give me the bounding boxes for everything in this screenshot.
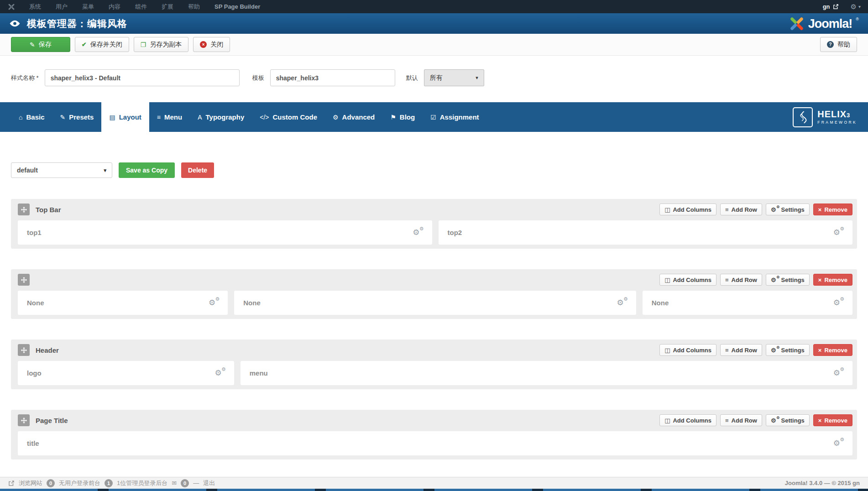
tab-basic[interactable]: ⌂Basic xyxy=(11,102,52,132)
column-settings-icon[interactable]: ⚙⚙ xyxy=(833,299,843,307)
row-remove-button[interactable]: × Remove xyxy=(813,344,852,356)
column-label: logo xyxy=(27,369,42,377)
tab-label: Custom Code xyxy=(273,113,318,121)
column-settings-icon[interactable]: ⚙⚙ xyxy=(833,229,843,236)
tab-label: Typography xyxy=(206,113,245,121)
page-title: 模板管理器：编辑风格 xyxy=(27,17,127,30)
admin-menu-item[interactable]: 系统 xyxy=(22,3,48,11)
tab-bar: ⌂Basic✎Presets▤Layout≡MenuATypography</>… xyxy=(0,102,868,132)
layout-column: logo ⚙⚙ xyxy=(18,361,234,385)
pencil-square-icon: ✎ xyxy=(30,41,35,48)
drag-move-icon[interactable] xyxy=(18,274,30,286)
drag-move-icon[interactable] xyxy=(18,414,30,426)
row-settings-button[interactable]: ⚙⚙ Settings xyxy=(766,204,810,215)
messages-badge: 0 xyxy=(181,479,189,487)
add-columns-button[interactable]: ◫ Add Columns xyxy=(659,274,716,286)
admin-settings-menu[interactable]: ⚙ ▾ xyxy=(851,3,861,11)
save-label: 保存 xyxy=(39,41,52,49)
tab-typography[interactable]: ATypography xyxy=(190,102,252,132)
tab-menu[interactable]: ≡Menu xyxy=(149,102,190,132)
x-icon: × xyxy=(818,347,822,354)
user-site-link[interactable]: gn xyxy=(823,3,839,10)
layout-preset-select[interactable]: default ▾ xyxy=(11,162,112,178)
tab-layout[interactable]: ▤Layout xyxy=(101,102,149,132)
external-link-icon xyxy=(833,4,839,10)
helix-logo-subtitle: FRAMEWORK xyxy=(817,120,857,125)
row-columns: top1 ⚙⚙ top2 ⚙⚙ xyxy=(18,220,852,245)
tab-blog[interactable]: ⚑Blog xyxy=(382,102,423,132)
add-row-button[interactable]: ≡ Add Row xyxy=(720,344,762,356)
save-as-copy-button[interactable]: Save as Copy xyxy=(119,162,175,178)
column-settings-icon[interactable]: ⚙⚙ xyxy=(833,369,843,377)
admin-menu-item[interactable]: 用户 xyxy=(48,3,75,11)
check-square-icon: ☑ xyxy=(430,114,436,121)
tab-presets[interactable]: ✎Presets xyxy=(52,102,102,132)
template-label: 模板 xyxy=(252,74,264,82)
caret-down-icon: ▾ xyxy=(858,4,861,9)
row-header: Top Bar ◫ Add Columns ≡ Add Row ⚙⚙ Setti… xyxy=(18,204,852,215)
template-input[interactable] xyxy=(270,69,395,86)
rows-icon: ≡ xyxy=(725,417,729,424)
column-settings-icon[interactable]: ⚙⚙ xyxy=(833,439,843,447)
add-columns-button[interactable]: ◫ Add Columns xyxy=(659,344,716,356)
row-settings-button[interactable]: ⚙⚙ Settings xyxy=(766,344,810,356)
row-remove-button[interactable]: × Remove xyxy=(813,204,852,215)
columns-icon: ◫ xyxy=(664,347,670,354)
add-columns-button[interactable]: ◫ Add Columns xyxy=(659,204,716,215)
drag-move-icon[interactable] xyxy=(18,344,30,356)
tab-label: Presets xyxy=(69,113,94,121)
add-row-button[interactable]: ≡ Add Row xyxy=(720,414,762,426)
settings-label: Settings xyxy=(781,347,805,354)
layout-controls: default ▾ Save as Copy Delete xyxy=(11,162,857,178)
save-button[interactable]: ✎ 保存 xyxy=(11,37,70,52)
layout-column: title ⚙⚙ xyxy=(18,431,852,455)
admin-menu-item[interactable]: 扩展 xyxy=(154,3,181,11)
view-site-link[interactable]: 浏览网站 xyxy=(19,479,42,487)
joomla-color-icon xyxy=(789,16,805,31)
add-columns-label: Add Columns xyxy=(673,206,711,213)
row-header: Header ◫ Add Columns ≡ Add Row ⚙⚙ Settin… xyxy=(18,344,852,356)
page-header: 模板管理器：编辑风格 Joomla! ® xyxy=(0,13,868,34)
save-copy-button[interactable]: ❐ 另存为副本 xyxy=(134,37,189,52)
drag-move-icon[interactable] xyxy=(18,204,30,215)
add-row-button[interactable]: ≡ Add Row xyxy=(720,274,762,286)
help-button[interactable]: ? 帮助 xyxy=(820,37,857,52)
admin-menu-item[interactable]: 组件 xyxy=(128,3,154,11)
admin-menu-item[interactable]: 内容 xyxy=(101,3,128,11)
admin-menu-item[interactable]: 帮助 xyxy=(181,3,207,11)
save-close-button[interactable]: ✔ 保存并关闭 xyxy=(75,37,129,52)
tab-advanced[interactable]: ⚙Advanced xyxy=(325,102,382,132)
settings-label: Settings xyxy=(781,417,805,424)
admin-menu-item-sp-page-builder[interactable]: SP Page Builder xyxy=(207,3,267,10)
layout-column: menu ⚙⚙ xyxy=(241,361,852,385)
default-select[interactable]: 所有 ▾ xyxy=(424,69,484,86)
close-circle-icon: × xyxy=(200,41,207,48)
row-settings-button[interactable]: ⚙⚙ Settings xyxy=(766,274,810,286)
envelope-icon: ✉ xyxy=(172,480,177,486)
row-settings-button[interactable]: ⚙⚙ Settings xyxy=(766,414,810,426)
row-remove-button[interactable]: × Remove xyxy=(813,414,852,426)
add-row-label: Add Row xyxy=(732,417,757,424)
column-settings-icon[interactable]: ⚙⚙ xyxy=(215,369,225,377)
style-name-input[interactable] xyxy=(45,69,240,86)
row-remove-button[interactable]: × Remove xyxy=(813,274,852,286)
column-settings-icon[interactable]: ⚙⚙ xyxy=(617,299,627,307)
menu-list-icon: ≡ xyxy=(157,114,161,121)
layout-column: None ⚙⚙ xyxy=(18,291,228,315)
admin-menu-item[interactable]: 菜单 xyxy=(75,3,101,11)
pin-icon: ⚑ xyxy=(390,114,396,121)
column-settings-icon[interactable]: ⚙⚙ xyxy=(413,229,423,236)
close-button[interactable]: × 关闭 xyxy=(193,37,230,52)
add-columns-button[interactable]: ◫ Add Columns xyxy=(659,414,716,426)
delete-button[interactable]: Delete xyxy=(181,162,214,178)
tab-custom-code[interactable]: </>Custom Code xyxy=(252,102,325,132)
tab-assignment[interactable]: ☑Assignment xyxy=(423,102,486,132)
tab-label: Advanced xyxy=(342,113,375,121)
code-icon: </> xyxy=(260,114,269,121)
logout-link[interactable]: 退出 xyxy=(203,479,215,487)
column-settings-icon[interactable]: ⚙⚙ xyxy=(209,299,219,307)
add-row-button[interactable]: ≡ Add Row xyxy=(720,204,762,215)
layout-rows: Top Bar ◫ Add Columns ≡ Add Row ⚙⚙ Setti… xyxy=(11,199,857,460)
layout-preset-value: default xyxy=(17,167,38,174)
layout-row-panel: Page Title ◫ Add Columns ≡ Add Row ⚙⚙ Se… xyxy=(11,410,857,460)
